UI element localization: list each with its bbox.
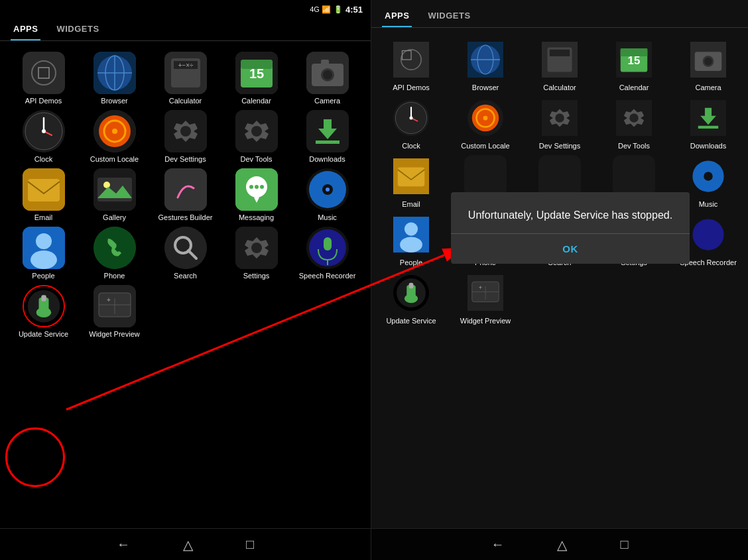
r-app-camera[interactable]: Camera [674, 38, 743, 91]
r-app-email[interactable]: Email [377, 155, 446, 208]
r-app-update-service[interactable]: Update Service [377, 272, 446, 325]
back-button-right[interactable]: ← [491, 537, 504, 552]
time-display: 4:51 [345, 5, 363, 15]
r-app-downloads[interactable]: Downloads [674, 97, 743, 150]
calendar-label: Calendar [241, 97, 271, 105]
app-update-service[interactable]: Update Service [11, 285, 76, 338]
app-api-demos[interactable]: API Demos [11, 52, 76, 105]
search-label: Search [174, 272, 197, 280]
status-bar-left: 4G 📶 🔋 4:51 [0, 0, 371, 19]
svg-text:15: 15 [628, 54, 641, 67]
r-custom-locale-label: Custom Locale [461, 142, 509, 150]
app-camera[interactable]: Camera [294, 52, 360, 105]
bottom-nav-left: ← △ □ [0, 528, 371, 560]
battery-icon: 🔋 [334, 5, 343, 14]
gallery-label: Gallery [103, 213, 126, 221]
signal-icon: 4G 📶 [310, 5, 331, 14]
app-custom-locale[interactable]: Custom Locale [82, 110, 147, 163]
svg-point-104 [555, 113, 564, 123]
app-search[interactable]: Search [153, 227, 218, 280]
app-calculator[interactable]: +−×÷ Calculator [153, 52, 218, 105]
app-dev-tools[interactable]: Dev Tools [223, 110, 289, 163]
api-demos-icon [23, 52, 65, 94]
app-calendar[interactable]: 15 Calendar [223, 52, 289, 105]
r-app-dev-tools[interactable]: Dev Tools [599, 97, 668, 150]
r-calculator-icon [538, 38, 581, 81]
svg-point-47 [260, 185, 264, 189]
back-button-left[interactable]: ← [117, 537, 130, 552]
app-downloads[interactable]: Downloads [294, 110, 360, 163]
search-icon [164, 227, 207, 269]
svg-point-54 [36, 233, 52, 249]
tab-apps-left[interactable]: APPS [11, 19, 40, 40]
tab-apps-right[interactable]: APPS [382, 5, 412, 27]
app-speech-recorder[interactable]: Speech Recorder [294, 227, 360, 280]
r-app-api-demos[interactable]: API Demos [377, 38, 446, 91]
app-dev-settings[interactable]: Dev Settings [153, 110, 218, 163]
left-app-grid: API Demos Browser +−×÷ Calculator 15 Cal… [0, 44, 371, 346]
bottom-nav-right: ← △ □ [371, 528, 748, 560]
app-widget-preview[interactable]: + Widget Preview [82, 285, 147, 338]
dev-tools-icon [235, 110, 278, 152]
home-button-right[interactable]: △ [557, 537, 567, 553]
r-app-calculator[interactable]: Calculator [525, 38, 594, 91]
people-icon [23, 227, 65, 269]
app-messaging[interactable]: Messaging [223, 168, 289, 221]
gestures-label: Gestures Builder [158, 213, 213, 221]
r-app-dev-settings[interactable]: Dev Settings [525, 97, 594, 150]
tab-widgets-left[interactable]: WIDGETS [54, 19, 101, 40]
app-email[interactable]: Email [11, 168, 76, 221]
r-app-calendar[interactable]: 15 Calendar [599, 38, 668, 91]
r-camera-icon [687, 38, 729, 81]
svg-point-93 [704, 58, 712, 66]
svg-rect-70 [41, 295, 46, 301]
app-gallery[interactable]: Gallery [82, 168, 147, 221]
api-demos-label: API Demos [25, 97, 62, 105]
svg-point-52 [326, 188, 330, 192]
r-app-clock[interactable]: Clock [377, 97, 446, 150]
dev-settings-icon [164, 110, 207, 152]
dialog-message: Unfortunately, Update Service has stoppe… [451, 192, 690, 233]
r-placeholder-icon-1 [464, 155, 507, 197]
r-custom-locale-icon [464, 97, 507, 139]
svg-rect-0 [28, 57, 60, 89]
app-gestures[interactable]: Gestures Builder [153, 168, 218, 221]
svg-point-106 [629, 113, 639, 123]
r-widget-preview-icon: + [464, 272, 507, 314]
r-app-widget-preview[interactable]: + Widget Preview [451, 272, 520, 325]
gallery-icon [94, 168, 136, 211]
music-icon [306, 168, 349, 211]
svg-rect-36 [316, 140, 340, 144]
home-button-left[interactable]: △ [183, 537, 193, 553]
app-browser[interactable]: Browser [82, 52, 147, 105]
app-phone[interactable]: Phone [82, 227, 147, 280]
messaging-label: Messaging [239, 213, 274, 221]
status-icons: 4G 📶 🔋 4:51 [310, 5, 363, 15]
right-app-grid: API Demos Browser Calculator 15 Calendar [371, 30, 748, 333]
downloads-icon [306, 110, 349, 152]
dialog-ok-button[interactable]: OK [451, 234, 690, 264]
r-widget-preview-label: Widget Preview [460, 317, 511, 325]
r-app-people[interactable]: People [377, 213, 446, 266]
downloads-label: Downloads [309, 155, 345, 163]
app-clock[interactable]: Clock [11, 110, 76, 163]
recent-button-right[interactable]: □ [620, 537, 628, 552]
r-app-custom-locale[interactable]: Custom Locale [451, 97, 520, 150]
phone-label: Phone [104, 272, 125, 280]
r-update-service-icon [390, 272, 432, 314]
left-panel: 4G 📶 🔋 4:51 APPS WIDGETS API Demos Brows… [0, 0, 371, 560]
app-settings[interactable]: Settings [223, 227, 289, 280]
music-label: Music [318, 213, 337, 221]
r-placeholder-icon-2 [538, 155, 581, 197]
r-dev-tools-label: Dev Tools [618, 142, 650, 150]
svg-point-98 [409, 116, 412, 119]
svg-rect-85 [550, 50, 570, 56]
r-app-browser[interactable]: Browser [451, 38, 520, 91]
r-dev-settings-label: Dev Settings [539, 142, 580, 150]
tab-widgets-right[interactable]: WIDGETS [425, 5, 473, 27]
recent-button-left[interactable]: □ [246, 537, 254, 552]
svg-rect-64 [324, 237, 332, 251]
app-music[interactable]: Music [294, 168, 360, 221]
app-people[interactable]: People [11, 227, 76, 280]
camera-label: Camera [314, 97, 340, 105]
